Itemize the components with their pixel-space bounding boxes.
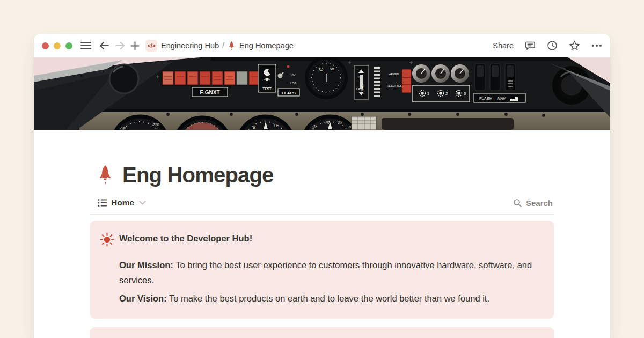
cover-registration-placard: F-GNXT (192, 87, 228, 97)
welcome-callout[interactable]: Welcome to the Developer Hub! Our Missio… (90, 221, 554, 319)
comments-icon[interactable] (525, 40, 536, 51)
svg-text:2: 2 (445, 91, 448, 96)
cover-test-panel: TEST (258, 64, 276, 92)
tab-home-label: Home (111, 198, 134, 208)
cover-stripe-column (374, 67, 380, 97)
resources-callout[interactable]: Other resources to reference when workin… (90, 327, 554, 338)
breadcrumb-page[interactable]: Eng Homepage (239, 41, 294, 50)
gauge-mark: 250 (153, 123, 159, 127)
gauge-mark: 200 (120, 126, 126, 130)
svg-text:3: 3 (464, 91, 466, 96)
updates-clock-icon[interactable] (547, 40, 558, 51)
toolbar: </> Engineering Hub / Eng Homepage Share (34, 34, 610, 57)
chevron-down-icon (139, 201, 146, 205)
svg-text:W: W (330, 67, 334, 71)
forward-arrow-icon[interactable] (115, 41, 125, 50)
welcome-callout-text: Welcome to the Developer Hub! Our Missio… (119, 232, 539, 306)
welcome-heading: Welcome to the Developer Hub! (119, 232, 539, 245)
list-view-icon (98, 199, 107, 207)
svg-text:T/O: T/O (290, 73, 296, 76)
gauge-mark: 0 (274, 123, 277, 128)
space-code-icon[interactable]: </> (145, 40, 157, 52)
page-title-row: Eng Homepage (90, 163, 554, 187)
cover-image[interactable]: 250 200 9 0 27 30 33 0 (34, 57, 610, 130)
rocket-icon (228, 41, 236, 50)
search-icon (513, 199, 522, 208)
svg-text:TEST: TEST (262, 87, 272, 91)
cover-compass: 30 W (306, 58, 346, 98)
zoom-window-button[interactable] (65, 42, 72, 49)
favorite-star-icon[interactable] (569, 40, 580, 51)
page-rocket-icon[interactable] (97, 165, 114, 185)
back-arrow-icon[interactable] (99, 41, 109, 50)
svg-text:F-GNXT: F-GNXT (200, 90, 219, 95)
new-page-icon[interactable] (130, 41, 140, 50)
breadcrumb-space[interactable]: Engineering Hub (161, 41, 219, 50)
close-window-button[interactable] (42, 42, 49, 49)
gauge-mark: 30 (325, 120, 330, 124)
cover-flaps-placard: FLAPS (278, 89, 299, 96)
svg-text:FLASH: FLASH (479, 96, 492, 101)
more-options-icon[interactable] (591, 44, 602, 47)
tab-home[interactable]: Home (98, 198, 146, 208)
sun-icon (99, 232, 114, 247)
svg-text:FLAPS: FLAPS (282, 91, 296, 95)
sidebar-menu-icon[interactable] (80, 41, 91, 50)
svg-text:NAV: NAV (497, 96, 506, 101)
cover-trim-indicator: TO TRIM UP (354, 65, 369, 99)
mission-paragraph: Our Mission: To bring the best user expe… (119, 258, 539, 288)
window-controls (42, 42, 72, 49)
page-title: Eng Homepage (122, 163, 274, 187)
view-tab-bar: Home Search (90, 198, 554, 215)
cover-rocker-switches (475, 64, 515, 91)
gauge-mark: 9 (253, 124, 255, 130)
cover-flash-nav-placard: FLASH NAV (474, 93, 525, 102)
vision-paragraph: Our Vision: To make the best products on… (119, 291, 539, 306)
minimize-window-button[interactable] (54, 42, 61, 49)
svg-text:RESET TEST: RESET TEST (387, 84, 404, 87)
cover-warning-buttons (161, 70, 264, 86)
search-label: Search (526, 199, 553, 208)
page-content: Eng Homepage Home Search (90, 130, 554, 338)
svg-text:1: 1 (427, 91, 429, 96)
svg-text:ARMED: ARMED (389, 72, 399, 76)
share-button[interactable]: Share (493, 41, 514, 50)
breadcrumb-separator: / (222, 41, 224, 50)
search-button[interactable]: Search (513, 199, 553, 208)
svg-text:LOG: LOG (290, 82, 297, 85)
app-window: </> Engineering Hub / Eng Homepage Share (34, 34, 610, 338)
